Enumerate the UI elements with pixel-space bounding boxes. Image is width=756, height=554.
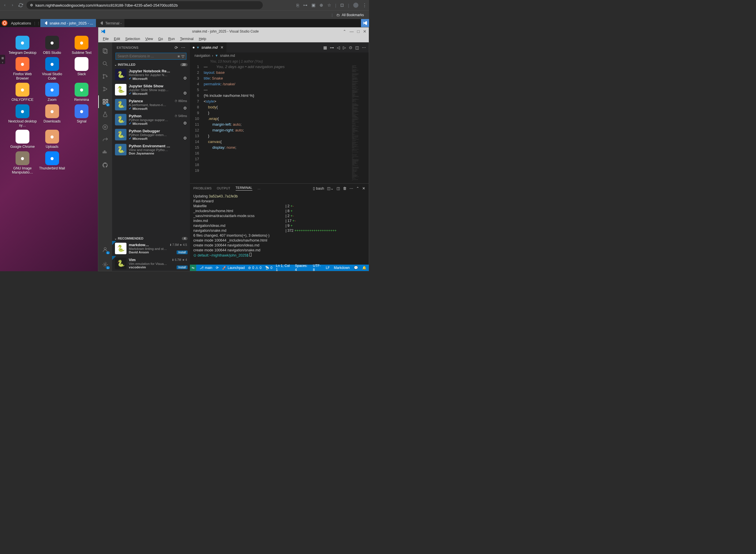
liveshare-icon[interactable] [98, 133, 112, 146]
extensions-icon[interactable]: ⊡ [340, 3, 344, 8]
debug-icon[interactable] [98, 83, 112, 96]
extension-item[interactable]: 🐍 Python Environment … View and manage P… [112, 142, 190, 157]
branch-indicator[interactable]: ⎇ main [200, 266, 212, 270]
menu-edit[interactable]: Edit [112, 36, 122, 42]
editor-tab-snake[interactable]: ▼ snake.md ✕ [190, 42, 227, 52]
notifications-icon[interactable]: 🔔 [362, 266, 367, 270]
close-button[interactable]: ✕ [363, 29, 367, 34]
launchpad-button[interactable]: 🚀 Launchpad [222, 266, 245, 270]
url-bar[interactable]: ⚙ kasm.nighthawkcodingsociety.com/#/kasm… [26, 1, 263, 9]
maximize-button[interactable]: □ [357, 29, 360, 34]
gear-icon[interactable]: ⚙ [183, 91, 187, 96]
desktop-app[interactable]: ●Uploads [38, 128, 67, 149]
menu-terminal[interactable]: Terminal [178, 36, 196, 42]
extension-item[interactable]: 🐍 Jupyter Slide Show Jupyter Slide Show … [112, 82, 190, 97]
terminal-output[interactable]: Updating 3a52a43..7a1fe3bFast-forward Ma… [190, 193, 369, 265]
feedback-icon[interactable]: 💬 [354, 266, 358, 270]
desktop-app[interactable]: ●Firefox Web Browser [8, 55, 37, 80]
password-icon[interactable]: ⊶ [303, 3, 307, 8]
desktop-app[interactable]: ●Google Chrome [8, 128, 37, 149]
search-input[interactable] [118, 54, 178, 58]
desktop-app[interactable]: ●Visual Studio Code [38, 55, 67, 80]
gear-icon[interactable]: ⚙ [183, 136, 187, 141]
cast-icon[interactable]: ▣ [311, 3, 315, 8]
more-icon[interactable]: ⋯ [350, 186, 353, 190]
desktop-app[interactable]: ●Remmina [67, 81, 96, 102]
desktop-app[interactable]: ●Telegram Desktop [8, 34, 37, 55]
menu-icon[interactable]: ⋮ [363, 3, 367, 8]
code-editor[interactable]: 12345678910111213141516171819 --- You, 2… [190, 64, 369, 183]
remote-button[interactable]: ⇋ [190, 265, 196, 271]
desktop-app[interactable]: ●Thunderbird Mail [38, 150, 67, 175]
recommended-header[interactable]: ⌄ RECOMMENDED 4 [112, 236, 190, 241]
eol[interactable]: LF [326, 266, 330, 270]
more-icon[interactable]: ⋯ [181, 45, 186, 50]
desktop-pager[interactable]: ⊞› [0, 55, 5, 64]
desktop-app[interactable]: ●Zoom [38, 81, 67, 102]
ports-indicator[interactable]: 📡 0 [265, 266, 272, 270]
install-button[interactable]: Install [177, 266, 188, 269]
desktop-app[interactable]: ●ONLYOFFICE [8, 81, 37, 102]
clear-icon[interactable]: ≡ [178, 54, 180, 58]
account-icon[interactable]: 1 [98, 243, 112, 256]
extension-item[interactable]: 🐍 Python Debugger Python Debugger exten…… [112, 127, 190, 142]
minimize-button[interactable]: — [350, 29, 354, 34]
trash-icon[interactable]: 🗑 [343, 186, 346, 190]
installed-header[interactable]: ⌄ INSTALLED 20 [112, 62, 190, 67]
extensions-search[interactable]: ≡▽ [116, 53, 186, 60]
tab-problems[interactable]: PROBLEMS [193, 186, 212, 190]
testing-icon[interactable] [98, 108, 112, 121]
layout-icon[interactable]: ◫ [336, 186, 340, 190]
source-control-icon[interactable] [98, 70, 112, 83]
tray-vscode-icon[interactable] [361, 19, 369, 27]
desktop-app[interactable]: ●Downloads [38, 103, 67, 128]
refresh-icon[interactable]: ⟳ [175, 45, 178, 50]
split-icon[interactable]: ◫ [355, 45, 359, 50]
install-button[interactable]: Install [177, 251, 188, 254]
close-tab-icon[interactable]: ✕ [220, 45, 224, 50]
gear-icon[interactable]: ⚙ [183, 106, 187, 110]
search-icon[interactable] [98, 57, 112, 70]
more-icon[interactable]: ⋯ [362, 45, 366, 50]
site-settings-icon[interactable]: ⚙ [30, 3, 33, 7]
ubuntu-logo-icon[interactable] [2, 20, 7, 26]
menu-selection[interactable]: Selection [123, 36, 142, 42]
desktop-app[interactable]: ●OBS Studio [38, 34, 67, 55]
breadcrumb[interactable]: navigation › ▼ snake.md [190, 52, 369, 59]
compare-icon[interactable]: ⊶ [330, 45, 334, 50]
all-bookmarks-button[interactable]: All Bookmarks [342, 13, 364, 17]
desktop-app[interactable]: ●GNU Image Manipulatio… [8, 150, 37, 175]
problems-indicator[interactable]: ⊘ 0 ⚠ 0 [248, 266, 261, 270]
extension-item[interactable]: 🐍 Jupyter Notebook Re… Renderers for Jup… [112, 67, 190, 82]
nav-back-icon[interactable]: ◁ [337, 45, 340, 50]
extensions-icon[interactable]: 2 [98, 96, 112, 108]
tab-terminal[interactable]: TERMINAL [236, 186, 252, 190]
keep-on-top-button[interactable]: ⌃ [343, 29, 346, 34]
extension-item[interactable]: 🐍 Vim⬇ 6.7M ★ 4 Vim emulation for Visua…… [112, 256, 190, 271]
menu-run[interactable]: Run [166, 36, 177, 42]
forward-button[interactable] [10, 3, 15, 7]
encoding[interactable]: UTF-8 [313, 264, 322, 271]
desktop-app[interactable]: ●Signal [67, 103, 96, 128]
gear-icon[interactable]: ⚙ [183, 121, 187, 125]
settings-icon[interactable]: 1 [98, 258, 112, 271]
filter-icon[interactable]: ▽ [182, 54, 184, 58]
tab-output[interactable]: OUTPUT [217, 186, 231, 190]
github-icon[interactable] [98, 159, 112, 171]
extension-item[interactable]: 🐍 markdow…⬇ 7.5M ★ 4.5 Markdown linting … [112, 241, 190, 256]
split-terminal-icon[interactable]: ◫⌄ [327, 186, 334, 190]
extension-item[interactable]: 🐍 Pylance⏱ 860ms A performant, feature-r… [112, 97, 190, 112]
extension-item[interactable]: 🐍 Python⏱ 549ms Python language suppor… … [112, 112, 190, 127]
bookmark-icon[interactable]: ☆ [327, 3, 331, 8]
language-mode[interactable]: Markdown [334, 266, 350, 270]
gitlens-header[interactable]: You, 13 hours ago | 1 author (You) [190, 59, 369, 64]
gitlens-icon[interactable] [98, 121, 112, 133]
menu-file[interactable]: File [101, 36, 111, 42]
desktop-app[interactable]: ●Slack [67, 55, 96, 80]
cursor-position[interactable]: Ln 1, Col 1 [276, 264, 291, 271]
menu-go[interactable]: Go [156, 36, 166, 42]
install-icon[interactable]: ⎘ [297, 3, 299, 8]
nav-fwd-icon[interactable]: ▷ [343, 45, 346, 50]
desktop-app[interactable]: ●Sublime Text [67, 34, 96, 55]
docker-icon[interactable] [98, 146, 112, 159]
